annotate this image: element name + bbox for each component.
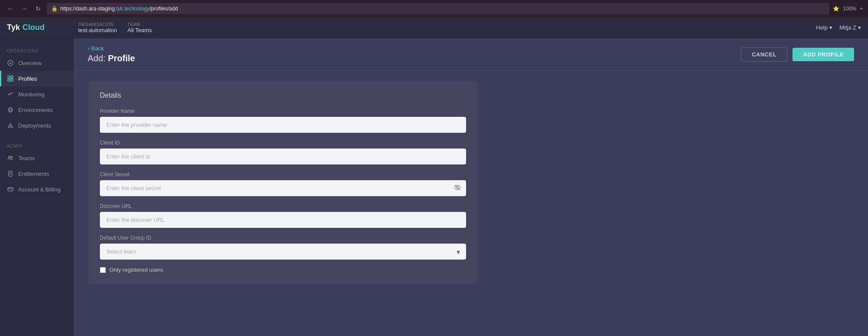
logo: Tyk Cloud (7, 23, 68, 32)
sidebar-item-label: Overview (18, 60, 42, 66)
form-container: Details Provider Name Client ID Client S… (74, 71, 868, 294)
provider-name-label: Provider Name (100, 108, 466, 114)
header-left: ‹ Back Add: Profile (88, 45, 135, 63)
provider-name-group: Provider Name (100, 108, 466, 133)
sidebar-item-overview[interactable]: Overview (0, 55, 74, 71)
sidebar-item-monitoring[interactable]: Monitoring (0, 86, 74, 102)
url-text: https://dash.ara-staging.tyk.technology/… (60, 6, 178, 12)
environments-icon (7, 106, 14, 113)
back-label: Back (91, 45, 104, 52)
sidebar-item-label: Teams (18, 155, 35, 161)
team-label: TEAM (128, 22, 152, 27)
svg-point-10 (9, 156, 11, 158)
sidebar-item-label: Profiles (18, 76, 37, 82)
sidebar-item-environments[interactable]: Environments (0, 102, 74, 118)
user-menu-button[interactable]: Mitja Z ▾ (839, 24, 861, 31)
profiles-icon (7, 75, 14, 82)
default-user-group-label: Default User Group ID (100, 235, 466, 241)
client-id-label: Client ID (100, 140, 466, 146)
help-label: Help (816, 24, 828, 31)
org-team-info: ORGANISATION test-automation TEAM All Te… (78, 22, 816, 33)
team-value: All Teams (128, 27, 152, 33)
user-chevron-icon: ▾ (858, 24, 861, 31)
only-registered-checkbox[interactable] (100, 267, 106, 273)
back-chevron-icon: ‹ (88, 45, 89, 52)
discover-url-label: Discover URL (100, 203, 466, 209)
sidebar-item-label: Deployments (18, 122, 51, 129)
select-team-wrapper: Select team Team A Team B All Teams ▾ (100, 244, 466, 260)
add-profile-button[interactable]: ADD PROFILE (792, 48, 854, 61)
back-button[interactable]: ‹ Back (88, 45, 135, 52)
overview-icon (7, 59, 14, 66)
page-header: ‹ Back Add: Profile CANCEL ADD PROFILE (74, 38, 868, 71)
only-registered-group: Only registered users (100, 267, 466, 273)
svg-rect-5 (11, 79, 13, 81)
svg-rect-4 (8, 79, 10, 81)
refresh-button[interactable]: ↻ (33, 3, 43, 14)
client-secret-input-wrapper (100, 180, 466, 196)
sidebar-item-label: Entitlements (18, 171, 49, 177)
help-chevron-icon: ▾ (829, 24, 832, 31)
only-registered-label[interactable]: Only registered users (109, 267, 163, 273)
sidebar-item-entitlements[interactable]: Entitlements (0, 166, 74, 181)
sidebar-item-label: Monitoring (18, 91, 45, 98)
sidebar-item-deployments[interactable]: Deployments (0, 118, 74, 133)
browser-chrome: ← → ↻ 🔒 https://dash.ara-staging.tyk.tec… (0, 0, 868, 17)
top-bar-right: Help ▾ Mitja Z ▾ (816, 24, 861, 31)
svg-rect-9 (8, 126, 13, 128)
details-title: Details (100, 92, 466, 99)
client-id-group: Client ID (100, 140, 466, 165)
top-bar: Tyk Cloud ORGANISATION test-automation T… (0, 17, 868, 38)
account-billing-icon (7, 186, 14, 193)
svg-point-1 (10, 62, 11, 64)
svg-rect-2 (8, 76, 10, 78)
entitlements-icon (7, 170, 14, 177)
forward-nav-button[interactable]: → (19, 3, 30, 14)
monitoring-icon (7, 91, 14, 98)
org-value: test-automation (78, 27, 117, 33)
svg-rect-3 (11, 76, 13, 78)
svg-rect-16 (8, 188, 13, 191)
discover-url-group: Discover URL (100, 203, 466, 228)
url-bar[interactable]: 🔒 https://dash.ara-staging.tyk.technolog… (47, 3, 829, 14)
user-name: Mitja Z (839, 24, 856, 31)
team-item: TEAM All Teams (128, 22, 152, 33)
sidebar-item-profiles[interactable]: Profiles (0, 71, 74, 86)
default-user-group-group: Default User Group ID Select team Team A… (100, 235, 466, 260)
title-prefix: Add: (88, 53, 105, 63)
sidebar-item-label: Environments (18, 107, 53, 113)
logo-cloud: Cloud (23, 23, 45, 32)
provider-name-input[interactable] (100, 117, 466, 133)
logo-tyk: Tyk (7, 23, 20, 32)
security-icon: 🔒 (51, 6, 58, 12)
teams-icon (7, 155, 14, 161)
select-team-dropdown[interactable]: Select team Team A Team B All Teams (100, 244, 466, 260)
client-secret-group: Client Secret (100, 171, 466, 196)
sidebar-item-account-billing[interactable]: Account & Billing (0, 181, 74, 197)
operations-section-label: OPERATIONS (0, 45, 74, 55)
title-main: Profile (108, 53, 135, 63)
org-item: ORGANISATION test-automation (78, 22, 117, 33)
help-button[interactable]: Help ▾ (816, 24, 832, 31)
cancel-button[interactable]: CANCEL (741, 47, 787, 62)
sidebar: OPERATIONS Overview Profiles Monitoring (0, 38, 74, 336)
svg-point-11 (11, 156, 13, 158)
toggle-password-icon[interactable] (454, 184, 461, 193)
deployments-icon (7, 122, 14, 129)
form-card: Details Provider Name Client ID Client S… (88, 81, 478, 283)
sidebar-item-label: Account & Billing (18, 186, 61, 193)
browser-right-icons: ⭐ 100% + (833, 6, 863, 12)
content-area: ‹ Back Add: Profile CANCEL ADD PROFILE D… (74, 38, 868, 336)
client-secret-label: Client Secret (100, 171, 466, 178)
discover-url-input[interactable] (100, 212, 466, 228)
org-label: ORGANISATION (78, 22, 117, 27)
header-actions: CANCEL ADD PROFILE (741, 47, 854, 62)
page-title: Add: Profile (88, 53, 135, 63)
back-nav-button[interactable]: ← (5, 3, 16, 14)
sidebar-item-teams[interactable]: Teams (0, 150, 74, 166)
admin-section-label: ADMIN (0, 140, 74, 150)
client-secret-input[interactable] (100, 180, 466, 196)
client-id-input[interactable] (100, 148, 466, 165)
